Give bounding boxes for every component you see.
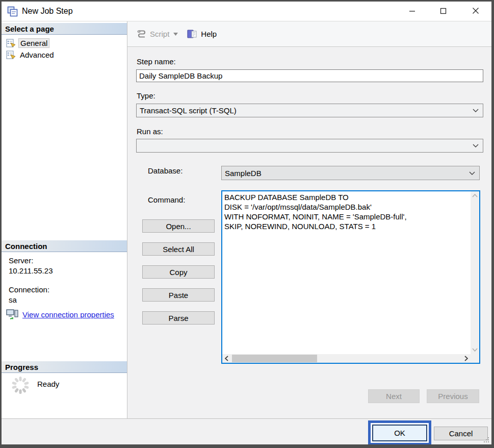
script-button[interactable]: Script xyxy=(137,29,178,39)
server-label: Server: xyxy=(9,256,33,265)
ok-button[interactable]: OK xyxy=(372,425,427,441)
help-button-label: Help xyxy=(201,30,217,38)
view-connection-properties-label: View connection properties xyxy=(22,310,114,319)
chevron-up-icon xyxy=(472,194,478,197)
new-job-step-dialog: New Job Step Select a page General xyxy=(2,2,491,444)
sidebar-item-advanced[interactable]: Advanced xyxy=(2,49,127,60)
progress-status: Ready xyxy=(37,380,59,388)
script-dropdown-arrow-icon xyxy=(173,33,178,36)
job-step-app-icon xyxy=(7,6,18,17)
run-as-label: Run as: xyxy=(137,127,163,136)
minimize-icon xyxy=(409,8,415,14)
copy-button[interactable]: Copy xyxy=(142,265,215,279)
connection-value: sa xyxy=(9,295,17,304)
page-icon xyxy=(6,51,16,59)
next-button[interactable]: Next xyxy=(368,389,420,403)
scroll-up-button[interactable] xyxy=(471,191,479,200)
select-a-page-header: Select a page xyxy=(2,23,127,35)
previous-button[interactable]: Previous xyxy=(427,389,479,403)
parse-button[interactable]: Parse xyxy=(142,311,215,325)
step-name-label: Step name: xyxy=(137,57,176,66)
step-name-input[interactable] xyxy=(136,69,483,82)
horizontal-scrollbar[interactable] xyxy=(222,354,471,363)
database-dropdown-value: SampleDB xyxy=(222,169,469,178)
open-button[interactable]: Open... xyxy=(142,219,215,233)
cancel-button[interactable]: Cancel xyxy=(434,427,488,440)
sidebar-item-label: General xyxy=(18,38,49,48)
chevron-down-icon xyxy=(472,348,478,352)
chevron-down-icon xyxy=(473,144,479,147)
type-label: Type: xyxy=(137,91,155,100)
view-connection-properties-link[interactable]: View connection properties xyxy=(6,309,114,319)
progress-header: Progress xyxy=(2,361,127,373)
database-dropdown[interactable]: SampleDB xyxy=(221,166,480,180)
scroll-left-button[interactable] xyxy=(222,354,231,363)
connection-properties-icon xyxy=(6,309,18,319)
chevron-down-icon xyxy=(473,109,479,112)
scroll-right-button[interactable] xyxy=(462,354,471,363)
command-textarea[interactable]: BACKUP DATABASE SampleDB TO DISK = '/var… xyxy=(222,191,471,354)
chevron-left-icon xyxy=(225,356,228,361)
minimize-button[interactable] xyxy=(400,2,424,19)
paste-button[interactable]: Paste xyxy=(142,288,215,302)
connection-label: Connection: xyxy=(9,285,49,294)
server-value: 10.211.55.23 xyxy=(9,266,53,275)
run-as-dropdown[interactable] xyxy=(136,139,483,153)
command-label: Command: xyxy=(148,195,185,204)
type-dropdown-value: Transact-SQL script (T-SQL) xyxy=(137,106,473,115)
vertical-scrollbar[interactable] xyxy=(471,191,479,354)
sidebar-item-general[interactable]: General xyxy=(2,37,127,48)
script-button-label: Script xyxy=(150,30,169,38)
help-button[interactable]: Help xyxy=(187,29,217,39)
sidebar: Select a page General Advanced Connectio… xyxy=(2,21,127,418)
ok-button-highlight-box: OK xyxy=(368,420,431,444)
script-icon xyxy=(137,29,147,39)
window-title: New Job Step xyxy=(22,7,73,16)
select-all-button[interactable]: Select All xyxy=(142,242,215,256)
content-toolbar: Script Help xyxy=(127,21,491,47)
type-dropdown[interactable]: Transact-SQL script (T-SQL) xyxy=(136,104,483,117)
page-icon xyxy=(6,39,16,47)
progress-spinner-icon xyxy=(11,376,30,395)
help-icon xyxy=(187,29,198,39)
horizontal-scrollbar-thumb[interactable] xyxy=(232,355,317,362)
database-label: Database: xyxy=(148,166,183,175)
maximize-icon xyxy=(440,8,447,14)
scrollbar-corner xyxy=(471,354,479,363)
resize-grip[interactable] xyxy=(483,436,490,443)
titlebar: New Job Step xyxy=(2,2,491,21)
connection-header: Connection xyxy=(2,240,127,252)
scroll-down-button[interactable] xyxy=(471,345,479,354)
sidebar-item-label: Advanced xyxy=(18,51,56,59)
chevron-down-icon xyxy=(469,171,475,175)
footer-separator xyxy=(2,418,491,419)
command-editor: BACKUP DATABASE SampleDB TO DISK = '/var… xyxy=(221,190,480,364)
maximize-button[interactable] xyxy=(431,2,455,19)
close-button[interactable] xyxy=(464,2,487,19)
close-icon xyxy=(472,7,479,14)
chevron-right-icon xyxy=(464,356,468,361)
